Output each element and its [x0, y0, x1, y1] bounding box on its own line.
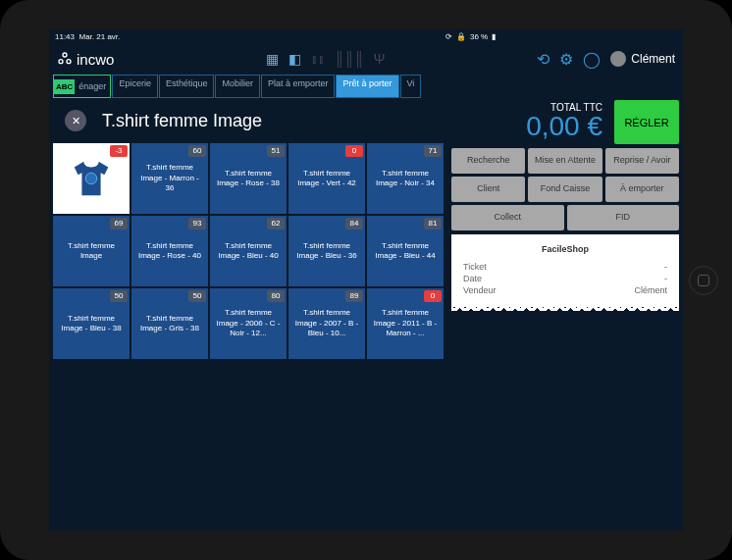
receipt: FacileShop Ticket-Date-VendeurClément: [451, 234, 679, 307]
tile-label: T.shirt femme Image - 2011 - B - Marron …: [371, 308, 440, 338]
tab-prêt-à-porter[interactable]: Prêt à porter: [336, 75, 398, 98]
product-tile[interactable]: T.shirt femme Image - Gris - 3850: [131, 288, 208, 359]
battery-percent: 36 %: [470, 32, 488, 41]
stock-badge: 51: [267, 145, 285, 157]
tile-label: T.shirt femme Image - 2006 - C - Noir - …: [214, 308, 283, 338]
total-amount: 0,00 €: [459, 113, 602, 140]
total-display: TOTAL TTC 0,00 €: [451, 100, 610, 144]
user-menu[interactable]: Clément: [610, 51, 675, 67]
collect-button[interactable]: Collect: [451, 205, 564, 230]
stock-badge: 0: [424, 290, 442, 302]
close-category-button[interactable]: ✕: [65, 110, 86, 131]
tablet-frame: 11:43 Mar. 21 avr. ⟳ 🔒 36 % ▮ incwo ▦ ◧ …: [0, 0, 732, 560]
receipt-line: Date-: [463, 274, 667, 283]
stock-badge: 89: [345, 290, 363, 302]
product-tile[interactable]: T.shirt femme Image - 2006 - C - Noir - …: [210, 288, 287, 359]
product-tile[interactable]: T.shirt femme Image - Bleu - 3850: [53, 288, 130, 359]
tab-plat-à-emporter[interactable]: Plat à emporter: [261, 75, 336, 98]
stock-badge: 84: [345, 218, 363, 229]
product-tile[interactable]: T.shirt femme Image - Rose - 3851: [210, 143, 287, 214]
product-tile[interactable]: T.shirt femme Image - Marron - 3660: [131, 143, 208, 214]
svg-point-3: [85, 173, 97, 184]
grid-icon[interactable]: ▦: [266, 51, 279, 67]
user-name: Clément: [631, 52, 675, 66]
tile-label: T.shirt femme Image: [57, 241, 126, 262]
product-tile[interactable]: T.shirt femme Image - Vert - 420: [288, 143, 365, 214]
stock-badge: 0: [345, 145, 363, 157]
status-bar: 11:43 Mar. 21 avr. ⟳ 🔒 36 % ▮: [49, 29, 683, 43]
sync-icon: ⟳: [445, 32, 452, 41]
svg-point-1: [59, 60, 63, 64]
product-panel: ✕ T.shirt femme Image -3T.shirt femme Im…: [49, 98, 447, 531]
header: incwo ▦ ◧ ⫾⫾ ║║║ Ψ ⟲ ⚙ ◯ Clément: [49, 43, 683, 75]
tile-label: T.shirt femme Image - Bleu - 40: [214, 241, 283, 262]
stock-badge: 62: [267, 218, 285, 229]
tile-label: T.shirt femme Image - Noir - 34: [371, 169, 440, 189]
tile-label: T.shirt femme Image - 2007 - B - Bleu - …: [292, 308, 361, 338]
logo[interactable]: incwo: [57, 51, 114, 68]
tile-label: T.shirt femme Image - Rose - 38: [214, 169, 283, 189]
receipt-shop: FacileShop: [463, 244, 667, 254]
tab-epicerie[interactable]: Epicerie: [112, 75, 158, 98]
tag-icon[interactable]: ◧: [288, 51, 301, 67]
tab-mobilier[interactable]: Mobilier: [215, 75, 260, 98]
tile-label: T.shirt femme Image - Bleu - 36: [292, 241, 361, 262]
stock-badge: 60: [188, 145, 206, 157]
refresh-icon[interactable]: ⟲: [537, 50, 549, 69]
product-tile[interactable]: T.shirt femme Image69: [53, 216, 130, 286]
fid-button[interactable]: FID: [567, 205, 680, 230]
stats-icon[interactable]: ⫾⫾: [311, 51, 325, 67]
stock-badge: 50: [188, 290, 206, 302]
product-tile[interactable]: T.shirt femme Image - Rose - 4093: [131, 216, 208, 286]
product-tile[interactable]: T.shirt femme Image - Bleu - 3684: [288, 216, 365, 286]
tab-énager[interactable]: ABCénager: [53, 75, 111, 98]
orientation-lock-icon: 🔒: [456, 32, 466, 41]
product-tile[interactable]: T.shirt femme Image - Bleu - 4062: [210, 216, 287, 286]
restaurant-icon[interactable]: Ψ: [374, 51, 386, 67]
category-tabs: ABCénagerEpicerieEsthétiqueMobilierPlat …: [49, 75, 683, 98]
header-right: ⟲ ⚙ ◯ Clément: [537, 50, 675, 69]
tile-label: T.shirt femme Image - Rose - 40: [135, 241, 204, 262]
product-tile[interactable]: T.shirt femme Image - Noir - 3471: [367, 143, 444, 214]
product-grid: -3T.shirt femme Image - Marron - 3660T.s…: [53, 143, 444, 359]
status-time: 11:43: [55, 32, 75, 41]
barcode-icon[interactable]: ║║║: [335, 51, 364, 67]
tile-label: T.shirt femme Image - Marron - 36: [135, 163, 204, 193]
gear-icon[interactable]: ⚙: [559, 50, 573, 69]
stock-badge: 50: [110, 290, 128, 302]
screen: 11:43 Mar. 21 avr. ⟳ 🔒 36 % ▮ incwo ▦ ◧ …: [49, 29, 683, 531]
tile-label: T.shirt femme Image - Vert - 42: [292, 169, 361, 189]
-emporter-button[interactable]: À emporter: [605, 177, 679, 202]
category-title: T.shirt femme Image: [102, 111, 262, 131]
receipt-line: VendeurClément: [463, 285, 667, 295]
tile-label: T.shirt femme Image - Bleu - 38: [57, 314, 126, 334]
header-toolbar: ▦ ◧ ⫾⫾ ║║║ Ψ: [266, 51, 385, 67]
tab-vi[interactable]: Vi: [400, 75, 422, 98]
abc-badge: ABC: [54, 79, 75, 94]
support-icon[interactable]: ◯: [583, 50, 601, 69]
product-tile[interactable]: T.shirt femme Image - 2011 - B - Marron …: [367, 288, 444, 359]
stock-badge: 80: [267, 290, 285, 302]
mise-en-attente-button[interactable]: Mise en Attente: [528, 148, 601, 174]
tile-label: T.shirt femme Image - Gris - 38: [135, 314, 204, 334]
tablet-home-button[interactable]: [689, 266, 718, 295]
stock-badge: 69: [110, 218, 128, 229]
stock-badge: 81: [424, 218, 442, 229]
battery-icon: ▮: [492, 32, 496, 41]
product-tile[interactable]: T.shirt femme Image - Bleu - 4481: [367, 216, 444, 286]
recherche-button[interactable]: Recherche: [451, 148, 525, 174]
logo-icon: [57, 51, 73, 67]
product-tile[interactable]: T.shirt femme Image - 2007 - B - Bleu - …: [288, 288, 365, 359]
tab-esthétique[interactable]: Esthétique: [159, 75, 215, 98]
client-button[interactable]: Client: [451, 177, 525, 202]
tile-label: T.shirt femme Image - Bleu - 44: [371, 241, 440, 262]
product-tile[interactable]: -3: [53, 143, 130, 214]
avatar-icon: [610, 51, 626, 67]
pay-button[interactable]: RÉGLER: [614, 100, 679, 144]
fond-caisse-button[interactable]: Fond Caisse: [528, 177, 601, 202]
svg-point-0: [63, 53, 67, 57]
reprise-avoir-button[interactable]: Reprise / Avoir: [605, 148, 679, 174]
stock-badge: -3: [110, 145, 128, 157]
brand-text: incwo: [77, 51, 114, 68]
checkout-panel: TOTAL TTC 0,00 € RÉGLER RechercheMise en…: [447, 98, 683, 531]
